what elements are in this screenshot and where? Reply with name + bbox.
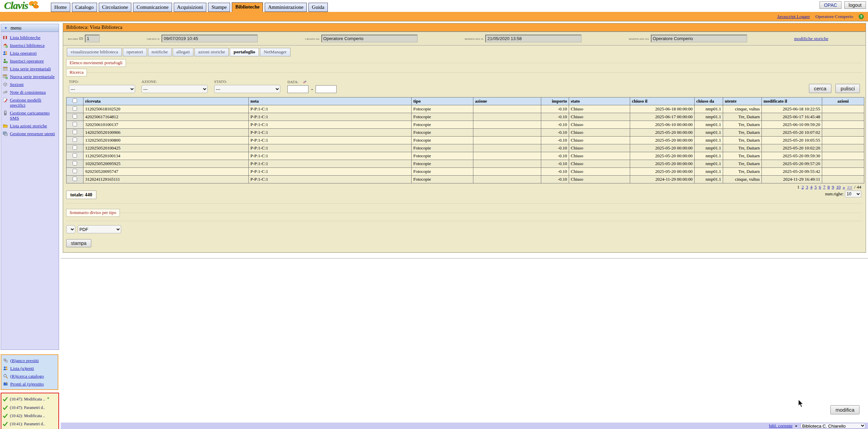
row-checkbox[interactable] xyxy=(73,177,77,181)
col-header-chiuso-il[interactable]: chiuso il xyxy=(630,97,695,105)
nav-tab-home[interactable]: Home xyxy=(51,3,70,12)
menu-header[interactable]: ▼ menu xyxy=(1,24,59,32)
col-header-stato[interactable]: stato xyxy=(569,97,630,105)
row-checkbox[interactable] xyxy=(73,153,77,158)
col-header-tipo[interactable]: tipo xyxy=(412,97,473,105)
quick-link-label[interactable]: Lista (u)tenti xyxy=(10,366,34,371)
col-header-nota[interactable]: nota xyxy=(249,97,412,105)
sidebar-item-label[interactable]: Inserisci biblioteca xyxy=(10,43,44,48)
pulisci-button[interactable]: pulisci xyxy=(835,84,860,93)
sidebar-item-label[interactable]: Nuova serie inventariale xyxy=(10,74,55,79)
modified-by-field[interactable] xyxy=(651,35,747,42)
quick-link-label[interactable]: (B)anco prestiti xyxy=(10,358,39,363)
notification-item[interactable]: (10:47): Parametri d.. xyxy=(3,404,57,412)
javascript-logger-link[interactable]: Javascript Logger xyxy=(777,14,810,19)
col-header-ricevuta[interactable]: ricevuta xyxy=(83,97,249,105)
page-link-2[interactable]: 2 xyxy=(801,184,804,190)
page-link-10[interactable]: 10 xyxy=(836,184,841,190)
data-from-input[interactable] xyxy=(287,85,308,93)
col-header-importo[interactable]: importo xyxy=(541,97,569,105)
nav-tab-catalogo[interactable]: Catalogo xyxy=(72,3,97,12)
nav-tab-acquisizioni[interactable]: Acquisizioni xyxy=(174,3,207,12)
row-checkbox[interactable] xyxy=(73,114,77,119)
tipo-select[interactable]: --- xyxy=(69,85,135,93)
sidebar-item-inserisci-operatore[interactable]: Inserisci operatore xyxy=(3,57,58,65)
data-to-input[interactable] xyxy=(316,85,337,93)
sidebar-item-lista-operatori[interactable]: Lista operatori xyxy=(3,49,58,57)
quick-link-r-icerca-catalogo[interactable]: (R)icerca catalogo xyxy=(3,372,56,380)
modified-at-field[interactable] xyxy=(485,35,582,42)
export-extra-select[interactable] xyxy=(66,225,75,233)
nav-tab-stampe[interactable]: Stampe xyxy=(208,3,230,12)
tab-notifiche[interactable]: notifiche xyxy=(148,48,172,56)
tab-portafoglio[interactable]: portafoglio xyxy=(230,48,259,56)
record-id-field[interactable] xyxy=(85,35,100,42)
row-checkbox[interactable] xyxy=(73,145,77,150)
sidebar-item-nuova-serie-inventariale[interactable]: Nuova serie inventariale xyxy=(3,73,58,81)
page-link-7[interactable]: 7 xyxy=(823,184,826,190)
quick-link-pronti-al-p-restito[interactable]: Pronti al (p)restito xyxy=(3,380,56,388)
sidebar-item-lista-biblioteche[interactable]: Lista biblioteche xyxy=(3,34,58,41)
sidebar-item-label[interactable]: Sezioni xyxy=(10,82,24,87)
row-checkbox[interactable] xyxy=(73,169,77,173)
sidebar-item-sezioni[interactable]: Sezioni xyxy=(3,81,58,88)
num-righe-select[interactable]: 10 xyxy=(845,191,861,197)
help-icon[interactable]: ? xyxy=(858,14,864,19)
tab-operatori[interactable]: operatori xyxy=(123,48,147,56)
quick-link-label[interactable]: (R)icerca catalogo xyxy=(10,374,44,379)
nav-tab-guida[interactable]: Guida xyxy=(308,3,328,12)
notification-item[interactable]: (10:42): Modificata .. xyxy=(3,412,57,420)
page-link-8[interactable]: 8 xyxy=(827,184,830,190)
sidebar-item-label[interactable]: Lista azioni storiche xyxy=(10,123,47,128)
tab-allegati[interactable]: allegati xyxy=(173,48,194,56)
stato-select[interactable]: --- xyxy=(214,85,280,93)
sidebar-item-note-di-consistenza[interactable]: Note di consistenza xyxy=(3,88,58,96)
page-link-3[interactable]: 3 xyxy=(806,184,808,190)
quick-link-b-anco-prestiti[interactable]: (B)anco prestiti xyxy=(3,357,56,364)
row-checkbox[interactable] xyxy=(73,106,77,111)
cerca-button[interactable]: cerca xyxy=(809,84,832,93)
tab-azioni-storiche[interactable]: azioni storiche xyxy=(194,48,229,56)
row-checkbox[interactable] xyxy=(73,122,77,126)
created-at-field[interactable] xyxy=(162,35,258,42)
logout-button[interactable]: logout xyxy=(844,1,866,9)
nav-tab-comunicazione[interactable]: Comunicazione xyxy=(133,3,172,12)
bibl-corrente-link[interactable]: bibl. corrente xyxy=(769,423,792,429)
quick-link-label[interactable]: Pronti al (p)restito xyxy=(10,381,44,387)
sidebar-item-label[interactable]: Gestione presenze utenti xyxy=(10,131,55,136)
modifica-button[interactable]: modifica xyxy=(830,405,860,414)
col-header-chiuso-da[interactable]: chiuso da xyxy=(695,97,723,105)
notification-item[interactable]: (10:41): Parametri d.. xyxy=(3,420,57,428)
notification-item[interactable]: (10:47): Modificata .. xyxy=(3,395,57,404)
col-header-modificato-il[interactable]: modificato il xyxy=(762,97,822,105)
sidebar-item-inserisci-biblioteca[interactable]: Inserisci biblioteca xyxy=(3,41,58,49)
export-format-select[interactable]: PDF xyxy=(78,225,121,233)
page-next-link[interactable]: » xyxy=(843,184,845,190)
modifiche-storiche-link[interactable]: modifiche storiche xyxy=(794,36,828,41)
page-link-4[interactable]: 4 xyxy=(810,184,812,190)
sidebar-item-label[interactable]: Gestione caricamento SMS xyxy=(10,110,58,121)
page-link-5[interactable]: 5 xyxy=(814,184,817,190)
quick-link-lista-u-tenti[interactable]: Lista (u)tenti xyxy=(3,364,56,372)
row-checkbox[interactable] xyxy=(73,130,77,134)
sidebar-item-label[interactable]: Lista biblioteche xyxy=(10,35,40,40)
current-library-select[interactable]: Biblioteca C. Chiarello xyxy=(800,423,866,429)
page-last-link[interactable]: >> xyxy=(847,184,852,190)
sidebar-item-lista-serie-inventariali[interactable]: Lista serie inventariali xyxy=(3,65,58,73)
sidebar-item-label[interactable]: Gestione modelli specifici xyxy=(10,97,58,108)
sidebar-item-gestione-presenze-utenti[interactable]: Gestione presenze utenti xyxy=(3,130,58,138)
select-all-checkbox[interactable] xyxy=(73,99,77,103)
page-link-9[interactable]: 9 xyxy=(832,184,834,190)
tab-visualizzazione-biblioteca[interactable]: visualizzazione biblioteca xyxy=(67,48,122,56)
sidebar-item-label[interactable]: Lista serie inventariali xyxy=(10,66,51,71)
opac-button[interactable]: OPAC xyxy=(819,1,842,9)
nav-tab-amministrazione[interactable]: Amministrazione xyxy=(265,3,307,12)
stampa-button[interactable]: stampa xyxy=(66,239,91,247)
nav-tab-circolazione[interactable]: Circolazione xyxy=(99,3,132,12)
azione-select[interactable]: --- xyxy=(141,85,208,93)
row-checkbox[interactable] xyxy=(73,138,77,142)
col-header-utente[interactable]: utente xyxy=(723,97,762,105)
col-header-azione[interactable]: azione xyxy=(473,97,541,105)
tab-netmanager[interactable]: NetManager xyxy=(260,48,290,56)
sidebar-item-label[interactable]: Inserisci operatore xyxy=(10,58,44,64)
